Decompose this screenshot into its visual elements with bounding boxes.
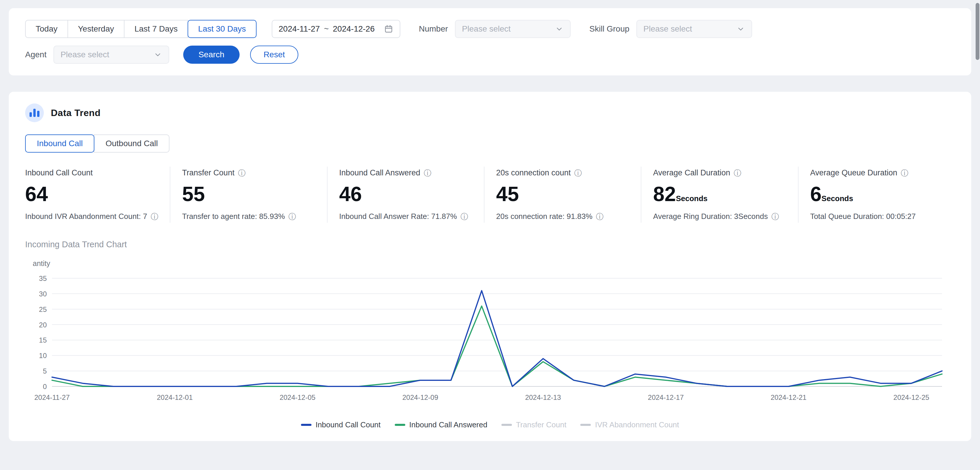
number-select[interactable]: Please select [455, 20, 571, 38]
info-icon[interactable]: ⓘ [288, 213, 296, 220]
stat-value-unit: Seconds [822, 194, 853, 203]
info-icon[interactable]: ⓘ [596, 213, 604, 220]
legend-item-inbound-call-answered[interactable]: Inbound Call Answered [395, 420, 487, 429]
quick-range-last-7-days[interactable]: Last 7 Days [124, 20, 188, 38]
tab-outbound-call[interactable]: Outbound Call [94, 134, 169, 153]
calendar-icon [384, 24, 393, 33]
stat-card: 20s connection countⓘ4520s connection ra… [484, 167, 641, 223]
chevron-down-icon [736, 25, 745, 33]
stat-card: Inbound Call Answeredⓘ46Inbound Call Ans… [327, 167, 484, 223]
quick-range-yesterday[interactable]: Yesterday [67, 20, 125, 38]
svg-text:20: 20 [39, 321, 47, 329]
svg-text:0: 0 [43, 382, 47, 390]
info-icon[interactable]: ⓘ [734, 169, 741, 177]
scrollbar-thumb[interactable] [975, 3, 979, 60]
skill-group-select-placeholder: Please select [643, 24, 692, 33]
info-icon[interactable]: ⓘ [772, 213, 779, 220]
bar-chart-icon [25, 104, 44, 122]
chevron-down-icon [555, 25, 564, 33]
stat-card: Inbound Call Count64Inbound IVR Abandonm… [25, 167, 170, 223]
search-button[interactable]: Search [183, 46, 240, 64]
info-icon[interactable]: ⓘ [901, 169, 908, 177]
stat-value: 45 [496, 184, 519, 204]
legend-marker [301, 424, 312, 426]
legend-label: IVR Abandonment Count [595, 420, 679, 429]
info-icon[interactable]: ⓘ [424, 169, 431, 177]
legend-item-ivr-abandonment-count[interactable]: IVR Abandonment Count [580, 420, 679, 429]
chart-area: 051015202530352024-11-272024-12-012024-1… [25, 270, 955, 408]
quick-range-last-30-days[interactable]: Last 30 Days [188, 20, 256, 38]
reset-button[interactable]: Reset [250, 46, 298, 64]
y-axis-unit-label: antity [33, 259, 955, 268]
legend-marker [395, 424, 405, 426]
stat-value: 6 [810, 184, 822, 204]
legend-label: Inbound Call Answered [409, 420, 487, 429]
stat-subtext: Average Ring Duration: 3Seconds [653, 212, 768, 221]
stat-subtext: Total Queue Duration: 00:05:27 [810, 212, 916, 221]
stat-subtext: Inbound IVR Abandonment Count: 7 [25, 212, 147, 221]
svg-text:15: 15 [39, 336, 47, 344]
stat-title: 20s connection count [496, 168, 571, 177]
svg-text:35: 35 [39, 274, 47, 282]
info-icon[interactable]: ⓘ [574, 169, 582, 177]
svg-text:30: 30 [39, 290, 47, 298]
info-icon[interactable]: ⓘ [238, 169, 245, 177]
svg-text:2024-12-17: 2024-12-17 [648, 394, 684, 401]
quick-range-today[interactable]: Today [25, 20, 68, 38]
stat-card: Transfer Countⓘ55Transfer to agent rate:… [170, 167, 327, 223]
filter-card: TodayYesterdayLast 7 DaysLast 30 Days 20… [9, 8, 971, 75]
info-icon[interactable]: ⓘ [460, 213, 468, 220]
stat-subtext: Transfer to agent rate: 85.93% [182, 212, 285, 221]
date-range-separator: ~ [324, 24, 329, 33]
stat-card: Average Queue Durationⓘ6SecondsTotal Que… [798, 167, 955, 223]
svg-text:2024-12-01: 2024-12-01 [157, 394, 193, 401]
tab-inbound-call[interactable]: Inbound Call [25, 134, 94, 153]
data-trend-header: Data Trend [25, 104, 955, 122]
legend-marker [501, 424, 512, 426]
svg-text:2024-12-25: 2024-12-25 [894, 394, 929, 401]
info-icon[interactable]: ⓘ [151, 213, 158, 220]
stat-value: 82 [653, 184, 676, 204]
legend-label: Transfer Count [516, 420, 566, 429]
legend-marker [580, 424, 591, 426]
call-direction-tabs: Inbound Call Outbound Call [25, 134, 169, 153]
stat-value-unit: Seconds [676, 194, 707, 203]
legend-label: Inbound Call Count [315, 420, 381, 429]
chevron-down-icon [153, 50, 162, 59]
svg-text:2024-12-05: 2024-12-05 [280, 394, 315, 401]
skill-group-select[interactable]: Please select [636, 20, 752, 38]
svg-text:2024-12-13: 2024-12-13 [525, 394, 561, 401]
number-label: Number [419, 24, 448, 33]
svg-text:2024-12-09: 2024-12-09 [402, 394, 438, 401]
stat-title: Transfer Count [182, 168, 234, 177]
stat-value: 55 [182, 184, 205, 204]
agent-label: Agent [25, 50, 46, 59]
stat-title: Average Call Duration [653, 168, 730, 177]
svg-text:5: 5 [43, 367, 47, 375]
chart-legend: Inbound Call CountInbound Call AnsweredT… [25, 420, 955, 429]
stat-card: Average Call Durationⓘ82SecondsAverage R… [641, 167, 798, 223]
trend-line-chart[interactable]: 051015202530352024-11-272024-12-012024-1… [25, 270, 955, 408]
number-select-placeholder: Please select [462, 24, 511, 33]
legend-item-inbound-call-count[interactable]: Inbound Call Count [301, 420, 381, 429]
stats-row: Inbound Call Count64Inbound IVR Abandonm… [25, 167, 955, 223]
stat-subtext: 20s connection rate: 91.83% [496, 212, 593, 221]
date-range-end: 2024-12-26 [333, 24, 375, 33]
svg-text:2024-11-27: 2024-11-27 [35, 394, 70, 401]
stat-subtext: Inbound Call Answer Rate: 71.87% [339, 212, 457, 221]
date-range-start: 2024-11-27 [279, 24, 320, 33]
stat-value: 46 [339, 184, 362, 204]
agent-select[interactable]: Please select [54, 46, 169, 64]
chart-caption: Incoming Data Trend Chart [25, 240, 955, 249]
stat-title: Inbound Call Answered [339, 168, 420, 177]
legend-item-transfer-count[interactable]: Transfer Count [501, 420, 566, 429]
filter-row-bottom: Agent Please select Search Reset [25, 46, 955, 64]
stat-title: Average Queue Duration [810, 168, 897, 177]
data-trend-card: Data Trend Inbound Call Outbound Call In… [9, 92, 971, 441]
stat-title: Inbound Call Count [25, 168, 92, 177]
stat-value: 64 [25, 184, 48, 204]
date-range-picker[interactable]: 2024-11-27 ~ 2024-12-26 [272, 20, 400, 38]
data-trend-title: Data Trend [51, 108, 100, 118]
svg-text:2024-12-21: 2024-12-21 [770, 394, 807, 401]
agent-select-placeholder: Please select [60, 50, 109, 59]
